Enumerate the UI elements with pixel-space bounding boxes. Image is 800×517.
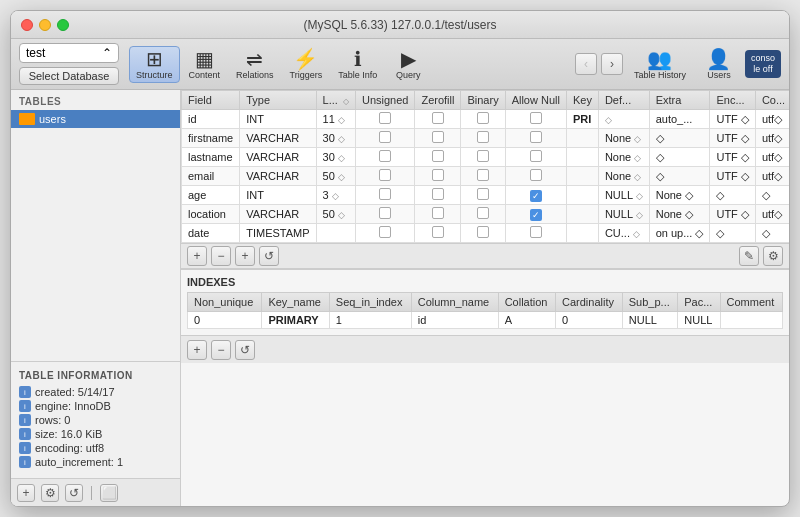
cell-binary[interactable] [461,167,505,186]
cell-allow-null[interactable] [505,148,566,167]
indexes-header-row: Non_unique Key_name Seq_in_index Column_… [188,293,783,312]
table-info-icon: ℹ [354,49,362,69]
cell-enc: UTF ◇ [710,110,755,129]
toolbar-btn-content[interactable]: ▦ Content [182,46,228,83]
toolbar-btn-table-history[interactable]: 👥 Table History [627,46,693,83]
toolbar-btn-relations[interactable]: ⇌ Relations [229,46,281,83]
cell-field: date [182,224,240,243]
info-row-auto-increment: i auto_increment: 1 [19,456,172,468]
edit-button[interactable]: ✎ [739,246,759,266]
cell-binary[interactable] [461,186,505,205]
cell-unsigned[interactable] [355,110,414,129]
col-binary: Binary [461,91,505,110]
table-row[interactable]: emailVARCHAR50 ◇None ◇◇UTF ◇utf◇◇ [182,167,790,186]
cell-extra: None ◇ [649,186,710,205]
select-database-button[interactable]: Select Database [19,67,119,85]
cell-allow-null[interactable]: ✓ [505,186,566,205]
cell-unsigned[interactable] [355,129,414,148]
cell-zerofill[interactable] [415,129,461,148]
cell-allow-null[interactable] [505,224,566,243]
table-row[interactable]: idINT11 ◇PRI ◇auto_...UTF ◇utf◇◇ [182,110,790,129]
cell-length: 3 ◇ [316,186,355,205]
cell-field: email [182,167,240,186]
table-row[interactable]: firstnameVARCHAR30 ◇None ◇◇UTF ◇utf◇◇ [182,129,790,148]
cell-zerofill[interactable] [415,224,461,243]
cell-allow-null[interactable] [505,129,566,148]
cell-type: TIMESTAMP [240,224,316,243]
right-bottom-remove[interactable]: − [211,340,231,360]
cell-type: INT [240,110,316,129]
refresh-button[interactable]: ↺ [65,484,83,502]
info-row-size: i size: 16.0 KiB [19,428,172,440]
cell-length: 50 ◇ [316,167,355,186]
gear-button[interactable]: ⚙ [763,246,783,266]
cell-zerofill[interactable] [415,205,461,224]
minimize-button[interactable] [39,19,51,31]
cell-zerofill[interactable] [415,167,461,186]
export-button[interactable]: ⬜ [100,484,118,502]
toolbar-btn-users[interactable]: 👤 Users [697,46,741,83]
cell-binary[interactable] [461,129,505,148]
cell-extra: ◇ [649,129,710,148]
cell-allow-null[interactable] [505,167,566,186]
toolbar-btn-table-info[interactable]: ℹ Table Info [331,46,384,83]
info-label-engine: engine: InnoDB [35,400,111,412]
info-label-auto-increment: auto_increment: 1 [35,456,123,468]
db-dropdown-icon: ⌃ [102,46,112,60]
traffic-lights [21,19,69,31]
sidebar: TABLES users TABLE INFORMATION i created… [11,90,181,506]
toolbar-btn-structure[interactable]: ⊞ Structure [129,46,180,83]
cell-zerofill[interactable] [415,148,461,167]
back-button[interactable]: ‹ [575,53,597,75]
structure-icon: ⊞ [146,49,163,69]
remove-row-button[interactable]: − [211,246,231,266]
triggers-icon: ⚡ [293,49,318,69]
cell-binary[interactable] [461,110,505,129]
right-bottom-refresh[interactable]: ↺ [235,340,255,360]
db-name-box[interactable]: test ⌃ [19,43,119,63]
toolbar-btn-triggers[interactable]: ⚡ Triggers [283,46,330,83]
cell-key [566,167,598,186]
forward-button[interactable]: › [601,53,623,75]
cell-zerofill[interactable] [415,186,461,205]
cell-allow-null[interactable]: ✓ [505,205,566,224]
cell-length: 30 ◇ [316,148,355,167]
cell-default: CU... ◇ [598,224,649,243]
right-bottom-add[interactable]: + [187,340,207,360]
table-row[interactable]: lastnameVARCHAR30 ◇None ◇◇UTF ◇utf◇◇ [182,148,790,167]
main-content: TABLES users TABLE INFORMATION i created… [11,90,789,506]
table-row[interactable]: ageINT3 ◇✓NULL ◇None ◇◇◇◇ [182,186,790,205]
cell-unsigned[interactable] [355,186,414,205]
cell-binary[interactable] [461,148,505,167]
toolbar-btn-query[interactable]: ▶ Query [386,46,430,83]
cell-key [566,186,598,205]
window-title: (MySQL 5.6.33) 127.0.0.1/test/users [304,18,497,32]
cell-binary[interactable] [461,205,505,224]
close-button[interactable] [21,19,33,31]
table-row[interactable]: locationVARCHAR50 ◇✓NULL ◇None ◇UTF ◇utf… [182,205,790,224]
console-label-2: le off [751,64,775,75]
reload-button[interactable]: ↺ [259,246,279,266]
add-table-button[interactable]: + [17,484,35,502]
add-row-button[interactable]: + [187,246,207,266]
cell-type: INT [240,186,316,205]
table-row[interactable]: dateTIMESTAMPCU... ◇on up... ◇◇◇◇ [182,224,790,243]
right-bottom-bar: + − ↺ [181,335,789,363]
settings-button[interactable]: ⚙ [41,484,59,502]
cell-allow-null[interactable] [505,110,566,129]
cell-unsigned[interactable] [355,167,414,186]
sidebar-item-users[interactable]: users [11,110,180,128]
maximize-button[interactable] [57,19,69,31]
cell-co: utf◇ [755,110,789,129]
cell-co: utf◇ [755,205,789,224]
col-enc: Enc... [710,91,755,110]
cell-unsigned[interactable] [355,224,414,243]
duplicate-row-button[interactable]: + [235,246,255,266]
cell-unsigned[interactable] [355,148,414,167]
cell-zerofill[interactable] [415,110,461,129]
console-button[interactable]: conso le off [745,50,781,78]
cell-field: lastname [182,148,240,167]
cell-binary[interactable] [461,224,505,243]
cell-unsigned[interactable] [355,205,414,224]
info-icon-size: i [19,428,31,440]
